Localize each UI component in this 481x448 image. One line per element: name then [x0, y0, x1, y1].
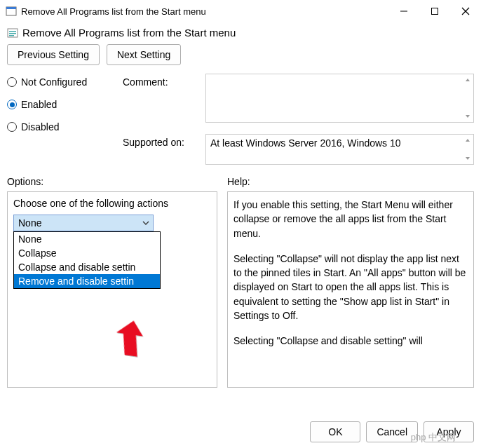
comment-label: Comment:: [123, 74, 200, 88]
radio-label: Enabled: [21, 99, 57, 110]
minimize-button[interactable]: [388, 0, 419, 22]
help-text: If you enable this setting, the Start Me…: [233, 198, 468, 348]
radio-disabled[interactable]: Disabled: [7, 121, 123, 133]
window-title: Remove All Programs list from the Start …: [21, 6, 388, 17]
app-icon: [6, 6, 17, 17]
radio-label: Disabled: [21, 121, 59, 133]
scroll-down-icon[interactable]: [463, 154, 472, 163]
titlebar: Remove All Programs list from the Start …: [0, 0, 481, 22]
policy-icon: [7, 27, 18, 39]
policy-title: Remove All Programs list from the Start …: [22, 27, 236, 39]
options-dropdown[interactable]: None None Collapse Collapse and disable …: [13, 215, 154, 231]
dropdown-option[interactable]: None: [14, 232, 160, 246]
svg-rect-3: [432, 8, 438, 15]
help-panel-label: Help:: [227, 176, 474, 187]
svg-rect-7: [9, 31, 16, 32]
dropdown-selected: None: [18, 217, 41, 229]
close-button[interactable]: [450, 0, 481, 22]
help-panel: If you enable this setting, the Start Me…: [227, 191, 474, 388]
ok-button[interactable]: OK: [310, 421, 360, 442]
state-radio-group: Not Configured Enabled Disabled: [7, 74, 123, 133]
policy-header: Remove All Programs list from the Start …: [7, 25, 474, 39]
chevron-down-icon: [142, 219, 150, 227]
previous-setting-button[interactable]: Previous Setting: [7, 44, 100, 65]
radio-icon: [7, 100, 17, 109]
help-paragraph: If you enable this setting, the Start Me…: [233, 198, 468, 240]
radio-label: Not Configured: [21, 76, 87, 88]
scroll-up-icon[interactable]: [463, 76, 472, 84]
help-paragraph: Selecting "Collapse" will not display th…: [233, 252, 468, 323]
apply-button[interactable]: Apply: [424, 421, 474, 442]
dialog-footer: OK Cancel Apply: [310, 421, 474, 442]
dropdown-option[interactable]: Remove and disable settin: [14, 274, 160, 288]
next-setting-button[interactable]: Next Setting: [107, 44, 181, 65]
options-panel-label: Options:: [7, 176, 217, 187]
scroll-down-icon[interactable]: [463, 112, 472, 121]
dropdown-option[interactable]: Collapse and disable settin: [14, 260, 160, 274]
radio-not-configured[interactable]: Not Configured: [7, 76, 123, 88]
svg-rect-1: [6, 7, 16, 9]
supported-on-label: Supported on:: [123, 134, 200, 148]
supported-on-value: At least Windows Server 2016, Windows 10: [210, 137, 401, 149]
svg-rect-8: [9, 33, 16, 34]
radio-enabled[interactable]: Enabled: [7, 99, 123, 110]
radio-icon: [7, 77, 17, 87]
radio-icon: [7, 122, 17, 132]
help-paragraph: Selecting "Collapse and disable setting"…: [233, 334, 468, 348]
supported-on-value-box: At least Windows Server 2016, Windows 10: [205, 134, 474, 165]
dropdown-option[interactable]: Collapse: [14, 246, 160, 260]
options-choose-label: Choose one of the following actions: [13, 198, 211, 209]
svg-rect-9: [9, 35, 14, 36]
scroll-up-icon[interactable]: [463, 136, 472, 144]
comment-input[interactable]: [205, 74, 474, 123]
dropdown-list: None Collapse Collapse and disable setti…: [13, 231, 161, 289]
maximize-button[interactable]: [419, 0, 450, 22]
options-panel: Choose one of the following actions None…: [7, 191, 217, 388]
cancel-button[interactable]: Cancel: [366, 421, 418, 442]
